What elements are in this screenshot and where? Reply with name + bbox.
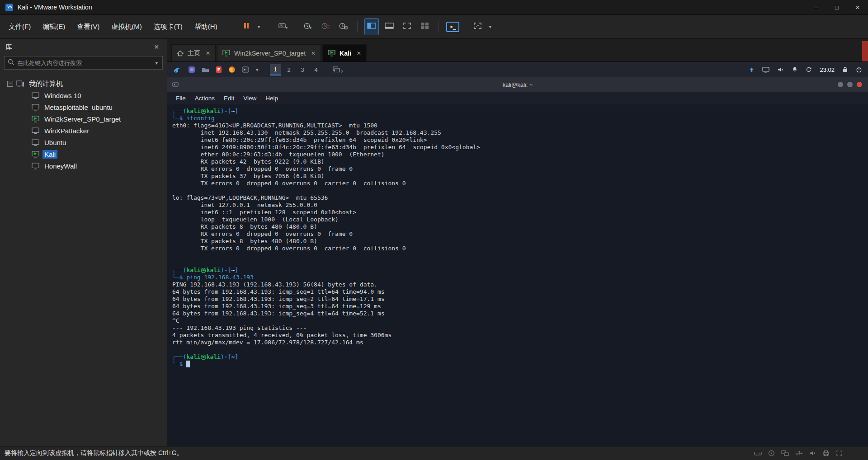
terminal-line: PING 192.168.43.193 (192.168.43.193) 56(… — [172, 281, 868, 288]
menu-edit[interactable]: 编辑(E) — [37, 19, 71, 35]
terminal-menu-view[interactable]: View — [239, 93, 261, 103]
minimize-button[interactable]: – — [806, 0, 826, 14]
tab-win2kserver-sp0-target[interactable]: Win2kServer_SP0_target✕ — [217, 44, 321, 61]
sound-icon[interactable] — [809, 450, 816, 456]
text-editor-icon[interactable] — [216, 66, 222, 73]
upload-icon[interactable] — [749, 67, 755, 73]
terminal-menu-actions[interactable]: Actions — [190, 93, 219, 103]
sidebar-item-windows-10[interactable]: Windows 10 — [0, 89, 167, 101]
workspace-4[interactable]: 4 — [311, 64, 322, 75]
suspend-menu-button[interactable]: ▾ — [257, 24, 261, 30]
workspace-1[interactable]: 1 — [270, 64, 281, 75]
suspend-button[interactable] — [240, 19, 253, 35]
menu-view[interactable]: 查看(V) — [71, 19, 105, 35]
sidebar-item-honeywall[interactable]: HoneyWall — [0, 160, 167, 172]
kali-menu-icon[interactable] — [173, 66, 182, 74]
vm-icon — [32, 104, 39, 111]
bell-icon[interactable] — [792, 66, 798, 73]
fullscreen-button[interactable] — [471, 19, 484, 35]
vm-name: Win2kServer_SP0_target — [42, 115, 123, 123]
snapshot-manager-icon — [339, 22, 348, 32]
menu-help[interactable]: 帮助(H) — [189, 19, 223, 35]
revert-snapshot-button[interactable] — [319, 19, 332, 35]
close-button[interactable]: ✕ — [847, 0, 868, 14]
printer-icon[interactable] — [822, 450, 830, 456]
tab-close-icon[interactable]: ✕ — [206, 50, 210, 56]
sidebar-item-my-computer[interactable]: − 我的计算机 — [0, 78, 167, 89]
menu-tabs[interactable]: 选项卡(T) — [148, 19, 189, 35]
firefox-icon[interactable] — [228, 66, 236, 73]
terminal-window-icon — [172, 82, 179, 87]
hdd-icon[interactable] — [754, 450, 762, 456]
guest-screen[interactable]: ▾ 1234 2 23:02 — [167, 62, 868, 446]
usb-icon[interactable] — [795, 450, 803, 456]
snapshot-manager-button[interactable] — [336, 19, 350, 35]
apps-chevron-icon[interactable]: ▾ — [255, 67, 259, 73]
terminal-output[interactable]: ┌──(kali㉿kali)-[~]└─$ ifconfigeth0: flag… — [167, 104, 868, 446]
workspaces-app-icon[interactable] — [188, 66, 195, 73]
tab-close-icon[interactable]: ✕ — [357, 50, 361, 56]
tab-home[interactable]: 主页✕ — [171, 44, 216, 61]
sidebar-item-win2kserver-sp0-target[interactable]: Win2kServer_SP0_target — [0, 113, 167, 125]
terminal-maximize-icon[interactable] — [847, 82, 853, 87]
vm-icon — [32, 163, 39, 169]
fit-screen-icon[interactable] — [836, 450, 843, 456]
file-manager-icon[interactable] — [202, 66, 209, 73]
terminal-close-icon[interactable] — [857, 82, 862, 87]
keyboard-icon — [278, 22, 288, 31]
menu-items: 文件(F)编辑(E)查看(V)虚拟机(M)选项卡(T)帮助(H) — [3, 19, 223, 35]
workspace-3[interactable]: 3 — [297, 64, 308, 75]
workspace-2[interactable]: 2 — [283, 64, 295, 75]
window-list-icon[interactable]: 2 — [333, 66, 340, 73]
terminal-menu-help[interactable]: Help — [261, 93, 283, 103]
maximize-button[interactable]: □ — [826, 0, 847, 14]
sidebar-item-ubuntu[interactable]: Ubuntu — [0, 136, 167, 148]
terminal-menu-edit[interactable]: Edit — [219, 93, 239, 103]
titlebar: Kali - VMware Workstation – □ ✕ — [0, 0, 868, 14]
menu-file[interactable]: 文件(F) — [3, 19, 37, 35]
take-snapshot-button[interactable] — [301, 19, 315, 35]
terminal-titlebar[interactable]: kali@kali: ~ — [167, 77, 868, 92]
power-icon[interactable] — [856, 66, 862, 73]
cdrom-icon[interactable] — [768, 450, 775, 456]
terminal-line: inet6 2409:8900:30f1:8f4c:20c:29ff:fe63:… — [172, 144, 868, 151]
volume-icon[interactable] — [777, 66, 784, 73]
status-message: 要将输入定向到该虚拟机，请将鼠标指针移入其中或按 Ctrl+G。 — [5, 449, 183, 457]
sidebar-item-metasploitable-ubuntu[interactable]: Metasploitable_ubuntu — [0, 101, 167, 113]
display-icon[interactable] — [762, 67, 769, 73]
search-input[interactable] — [17, 60, 154, 66]
vm-icon — [32, 127, 39, 134]
terminal-line — [172, 346, 868, 353]
library-close-icon[interactable]: ✕ — [151, 42, 161, 52]
sidebar-item-kali[interactable]: Kali — [0, 148, 167, 160]
terminal-line: ┌──(kali㉿kali)-[~] — [172, 267, 868, 274]
pause-icon — [243, 22, 250, 31]
sidebar-item-winxpattacker[interactable]: WinXPattacker — [0, 125, 167, 136]
search-dropdown-icon[interactable]: ▾ — [154, 60, 159, 66]
fit-guest-button[interactable] — [400, 19, 414, 35]
send-ctrl-alt-del-button[interactable] — [276, 19, 290, 35]
fullscreen-menu-button[interactable]: ▾ — [488, 24, 492, 30]
console-view-button[interactable]: >_ — [446, 22, 459, 32]
lock-icon[interactable] — [842, 66, 848, 73]
update-icon[interactable] — [806, 66, 812, 73]
terminal-line: TX errors 0 dropped 0 overruns 0 carrier… — [172, 245, 868, 252]
toolbar-separator — [357, 21, 358, 32]
unity-mode-button[interactable] — [418, 19, 431, 35]
show-thumbnail-bar-button[interactable] — [382, 19, 396, 35]
collapse-expander-icon[interactable]: − — [7, 81, 13, 87]
panel-tray: 23:02 — [749, 66, 862, 73]
terminal-minimize-icon[interactable] — [838, 82, 843, 87]
panel-clock[interactable]: 23:02 — [820, 66, 835, 73]
terminal-menu-file[interactable]: File — [171, 93, 190, 103]
network-adapter-icon[interactable] — [781, 450, 789, 456]
terminal-app-icon[interactable] — [242, 66, 249, 73]
show-library-button[interactable] — [365, 19, 378, 35]
tab-close-icon[interactable]: ✕ — [311, 50, 316, 56]
library-title: 库 — [5, 43, 151, 52]
vm-tree: Windows 10Metasploitable_ubuntuWin2kServ… — [0, 89, 167, 172]
library-search-box[interactable]: ▾ — [4, 56, 163, 70]
tree-root-label: 我的计算机 — [27, 79, 65, 89]
tab-kali[interactable]: Kali✕ — [322, 44, 367, 61]
menu-vm[interactable]: 虚拟机(M) — [105, 19, 148, 35]
